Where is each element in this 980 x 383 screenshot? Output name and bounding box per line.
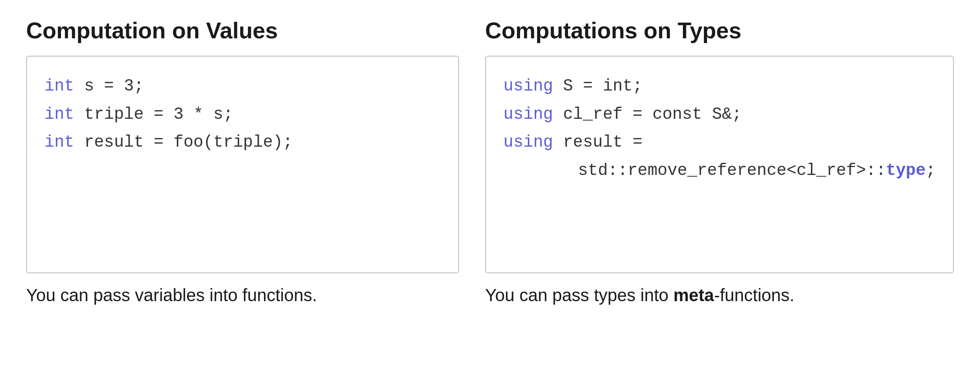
right-panel-title: Computations on Types [485, 17, 954, 44]
kw-int-3: int [44, 133, 74, 151]
kw-using-2: using [504, 105, 553, 124]
main-container: Computation on Values int s = 3; int tri… [26, 17, 954, 305]
kw-using-1: using [504, 77, 553, 95]
left-panel-title: Computation on Values [26, 17, 459, 44]
right-caption-before: You can pass types into [485, 286, 673, 305]
left-code-rest-3: result = foo(triple); [74, 133, 293, 151]
right-code-line-1: using S = int; [504, 72, 936, 101]
right-caption-bold: meta [673, 286, 714, 305]
right-code-rest-2: cl_ref = const S&; [553, 105, 742, 124]
left-code-rest-1: s = 3; [74, 77, 144, 95]
left-code-line-2: int triple = 3 * s; [44, 101, 441, 129]
right-code-rest-4b: ; [926, 161, 936, 180]
right-code-rest-3: result = [553, 133, 642, 151]
right-code-box: using S = int; using cl_ref = const S&; … [485, 56, 954, 273]
right-code-line-3: using result = [504, 128, 936, 157]
left-code-line-1: int s = 3; [44, 72, 441, 101]
left-code-box: int s = 3; int triple = 3 * s; int resul… [26, 56, 459, 273]
right-code-line-2: using cl_ref = const S&; [504, 101, 936, 129]
right-code-line-4: std::remove_reference<cl_ref>::type; [504, 157, 936, 185]
kw-int-1: int [44, 77, 74, 95]
right-code-rest-4a: std::remove_reference<cl_ref>:: [538, 161, 886, 180]
left-code-line-3: int result = foo(triple); [44, 128, 441, 157]
left-caption-text: You can pass variables into functions. [26, 286, 317, 305]
left-code-rest-2: triple = 3 * s; [74, 105, 233, 124]
right-panel: Computations on Types using S = int; usi… [485, 17, 954, 305]
right-caption: You can pass types into meta-functions. [485, 286, 954, 305]
left-panel: Computation on Values int s = 3; int tri… [26, 17, 459, 305]
right-code-type-bold: type [886, 161, 926, 180]
right-caption-after: -functions. [714, 286, 794, 305]
left-caption: You can pass variables into functions. [26, 286, 459, 305]
kw-using-3: using [504, 133, 553, 151]
right-code-rest-1: S = int; [553, 77, 642, 95]
kw-int-2: int [44, 105, 74, 124]
